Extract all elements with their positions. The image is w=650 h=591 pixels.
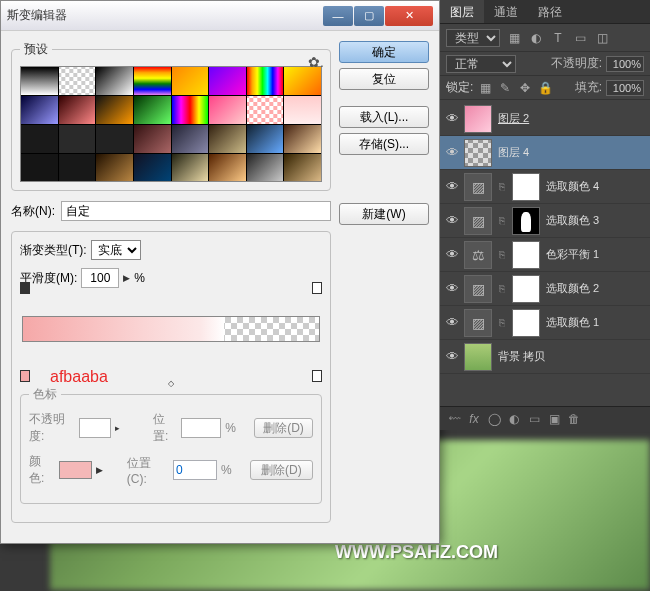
preset-swatch[interactable] [247, 125, 284, 153]
smooth-stepper-icon[interactable]: ▶ [123, 273, 130, 283]
tab-channels[interactable]: 通道 [484, 0, 528, 23]
layer-row[interactable]: 👁 ▨ ⎘ 选取颜色 4 [440, 170, 650, 204]
preset-swatch[interactable] [172, 67, 209, 95]
preset-swatch[interactable] [21, 67, 58, 95]
gear-icon[interactable]: ✿. [308, 54, 324, 70]
preset-swatch[interactable] [209, 67, 246, 95]
mask-icon[interactable]: ◯ [486, 411, 502, 427]
midpoint-icon[interactable]: ◇ [168, 379, 174, 388]
layer-name[interactable]: 选取颜色 3 [546, 213, 599, 228]
visibility-icon[interactable]: 👁 [444, 145, 460, 160]
preset-swatch[interactable] [134, 96, 171, 124]
layer-thumb[interactable] [464, 105, 492, 133]
adjustment-icon[interactable]: ▨ [464, 173, 492, 201]
layer-row[interactable]: 👁 ⚖ ⎘ 色彩平衡 1 [440, 238, 650, 272]
preset-swatch[interactable] [59, 125, 96, 153]
preset-swatch[interactable] [134, 154, 171, 182]
adjustment-layer-icon[interactable]: ◐ [506, 411, 522, 427]
preset-swatch[interactable] [96, 67, 133, 95]
preset-swatch[interactable] [284, 96, 321, 124]
preset-swatch[interactable] [21, 96, 58, 124]
color-stop-right[interactable] [312, 370, 322, 382]
preset-swatch[interactable] [59, 154, 96, 182]
layer-name[interactable]: 选取颜色 2 [546, 281, 599, 296]
type-select[interactable]: 实底 [91, 240, 141, 260]
adjustment-icon[interactable]: ⚖ [464, 241, 492, 269]
preset-swatch[interactable] [172, 125, 209, 153]
preset-swatch[interactable] [96, 154, 133, 182]
preset-swatch[interactable] [59, 67, 96, 95]
visibility-icon[interactable]: 👁 [444, 179, 460, 194]
adjustment-icon[interactable]: ▨ [464, 207, 492, 235]
load-button[interactable]: 载入(L)... [339, 106, 429, 128]
smooth-input[interactable] [81, 268, 119, 288]
layer-mask[interactable] [512, 241, 540, 269]
titlebar[interactable]: 斯变编辑器 — ▢ ✕ [1, 1, 439, 31]
layer-mask[interactable] [512, 309, 540, 337]
preset-swatch[interactable] [247, 154, 284, 182]
layer-name[interactable]: 背景 拷贝 [498, 349, 545, 364]
link-icon[interactable]: ⎘ [496, 283, 508, 294]
layer-name[interactable]: 选取颜色 1 [546, 315, 599, 330]
minimize-button[interactable]: — [323, 6, 353, 26]
preset-swatch[interactable] [247, 96, 284, 124]
preset-swatch[interactable] [209, 125, 246, 153]
preset-swatch[interactable] [209, 96, 246, 124]
filter-pixel-icon[interactable]: ▦ [506, 30, 522, 46]
delete-color-button[interactable]: 删除(D) [250, 460, 313, 480]
visibility-icon[interactable]: 👁 [444, 281, 460, 296]
layer-name[interactable]: 图层 4 [498, 145, 529, 160]
visibility-icon[interactable]: 👁 [444, 213, 460, 228]
adjustment-icon[interactable]: ▨ [464, 309, 492, 337]
layer-row[interactable]: 👁 ▨ ⎘ 选取颜色 3 [440, 204, 650, 238]
gradient-bar[interactable] [22, 316, 320, 342]
opacity-value[interactable] [606, 56, 644, 72]
layer-row[interactable]: 👁 ▨ ⎘ 选取颜色 1 [440, 306, 650, 340]
preset-swatch[interactable] [284, 154, 321, 182]
layer-row[interactable]: 👁 图层 4 [440, 136, 650, 170]
save-button[interactable]: 存储(S)... [339, 133, 429, 155]
layer-mask[interactable] [512, 275, 540, 303]
link-icon[interactable]: ⎘ [496, 317, 508, 328]
tab-layers[interactable]: 图层 [440, 0, 484, 23]
preset-swatch[interactable] [247, 67, 284, 95]
blend-mode-select[interactable]: 正常 [446, 55, 516, 73]
posC-input[interactable] [173, 460, 217, 480]
preset-swatch[interactable] [284, 67, 321, 95]
layer-thumb[interactable] [464, 139, 492, 167]
visibility-icon[interactable]: 👁 [444, 111, 460, 126]
fill-value[interactable] [606, 80, 644, 96]
color-picker-icon[interactable]: ▶ [96, 465, 103, 475]
preset-swatch[interactable] [172, 154, 209, 182]
filter-smart-icon[interactable]: ◫ [594, 30, 610, 46]
lock-brush-icon[interactable]: ✎ [497, 80, 513, 96]
preset-swatch[interactable] [21, 154, 58, 182]
preset-swatch[interactable] [172, 96, 209, 124]
visibility-icon[interactable]: 👁 [444, 247, 460, 262]
layer-name[interactable]: 选取颜色 4 [546, 179, 599, 194]
visibility-icon[interactable]: 👁 [444, 349, 460, 364]
link-icon[interactable]: ⎘ [496, 249, 508, 260]
layer-row[interactable]: 👁 背景 拷贝 [440, 340, 650, 374]
color-swatch[interactable] [59, 461, 92, 479]
close-button[interactable]: ✕ [385, 6, 433, 26]
link-layers-icon[interactable]: ⬳ [446, 411, 462, 427]
opacity-stop-left[interactable] [20, 282, 30, 294]
layer-thumb[interactable] [464, 343, 492, 371]
fx-icon[interactable]: fx [466, 411, 482, 427]
preset-swatch[interactable] [59, 96, 96, 124]
visibility-icon[interactable]: 👁 [444, 315, 460, 330]
tab-paths[interactable]: 路径 [528, 0, 572, 23]
layer-row[interactable]: 👁 ▨ ⎘ 选取颜色 2 [440, 272, 650, 306]
layer-name[interactable]: 色彩平衡 1 [546, 247, 599, 262]
kind-filter[interactable]: 类型 [446, 29, 500, 47]
layer-name[interactable]: 图层 2 [498, 111, 529, 126]
preset-swatch[interactable] [21, 125, 58, 153]
preset-swatch[interactable] [96, 96, 133, 124]
new-button[interactable]: 新建(W) [339, 203, 429, 225]
layer-row[interactable]: 👁 图层 2 [440, 102, 650, 136]
color-stop-left[interactable] [20, 370, 30, 382]
preset-swatch[interactable] [209, 154, 246, 182]
lock-position-icon[interactable]: ✥ [517, 80, 533, 96]
filter-shape-icon[interactable]: ▭ [572, 30, 588, 46]
